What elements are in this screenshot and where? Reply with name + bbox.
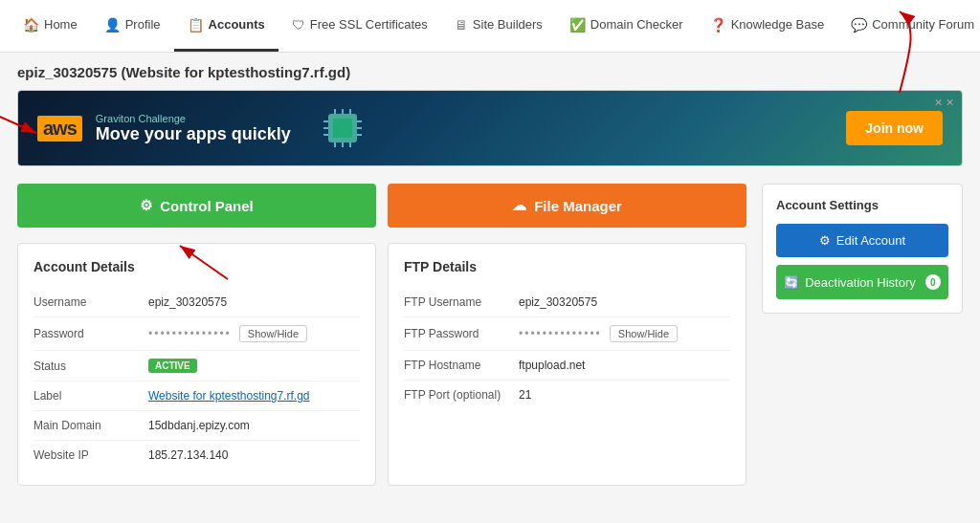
svg-rect-3 — [333, 119, 352, 138]
ftp-details-title: FTP Details — [404, 259, 730, 274]
control-panel-icon: ⚙ — [140, 197, 152, 214]
website-ip-value: 185.27.134.140 — [148, 448, 228, 462]
ftp-port-value: 21 — [519, 388, 531, 402]
ftp-password-dots: •••••••••••••• — [519, 327, 602, 340]
account-details-title: Account Details — [33, 259, 360, 274]
account-details-card: Account Details Username epiz_30320575 P… — [17, 243, 376, 486]
right-column: Account Settings ⚙ Edit Account 🔄 Deacti… — [762, 184, 963, 314]
username-row: Username epiz_30320575 — [33, 288, 360, 317]
ftp-hostname-value: ftpupload.net — [519, 359, 585, 372]
password-dots: •••••••••••••• — [148, 327, 232, 340]
file-manager-icon: ☁ — [512, 197, 526, 214]
edit-account-icon: ⚙ — [819, 233, 831, 248]
password-show-hide-button[interactable]: Show/Hide — [239, 325, 307, 342]
account-settings-title: Account Settings — [776, 198, 948, 212]
deactivation-history-button[interactable]: 🔄 Deactivation History 0 — [776, 265, 948, 299]
ftp-details-card: FTP Details FTP Username epiz_30320575 F… — [388, 243, 746, 486]
details-row: Account Details Username epiz_30320575 P… — [17, 243, 746, 486]
ad-close-button[interactable]: ✕ ✕ — [934, 97, 954, 109]
ftp-port-row: FTP Port (optional) 21 — [404, 381, 730, 409]
ftp-password-row: FTP Password •••••••••••••• Show/Hide — [404, 317, 730, 351]
control-panel-button[interactable]: ⚙ Control Panel — [17, 184, 376, 228]
password-row: Password •••••••••••••• Show/Hide — [33, 317, 360, 351]
account-settings-card: Account Settings ⚙ Edit Account 🔄 Deacti… — [762, 184, 963, 314]
ad-text-block: Graviton Challenge Move your apps quickl… — [96, 113, 291, 144]
main-nav: 🏠 Home 👤 Profile 📋 Accounts 🛡 Free SSL C… — [0, 0, 980, 53]
nav-domain-checker[interactable]: ✅ Domain Checker — [556, 0, 697, 52]
nav-free-ssl[interactable]: 🛡 Free SSL Certificates — [278, 0, 441, 52]
page-content: epiz_30320575 (Website for kptesthosting… — [0, 53, 980, 497]
ftp-hostname-row: FTP Hostname ftpupload.net — [404, 351, 730, 381]
ad-join-now-button[interactable]: Join now — [846, 111, 943, 145]
domain-checker-icon: ✅ — [569, 17, 586, 33]
status-row: Status ACTIVE — [33, 351, 360, 381]
main-domain-value: 15dbdanj.epizy.com — [148, 419, 250, 432]
password-field: •••••••••••••• Show/Hide — [148, 325, 307, 342]
ad-left-section: aws Graviton Challenge Move your apps qu… — [37, 104, 381, 152]
home-icon: 🏠 — [23, 17, 39, 33]
label-link[interactable]: Website for kptesthosting7.rf.gd — [148, 389, 310, 403]
deactivation-icon: 🔄 — [784, 275, 799, 290]
ftp-username-value: epiz_30320575 — [519, 295, 597, 309]
ad-banner: ✕ ✕ aws Graviton Challenge Move your app… — [17, 90, 963, 166]
site-builders-icon: 🖥 — [455, 17, 468, 33]
left-column: ⚙ Control Panel ☁ File Manager Account D… — [17, 184, 746, 486]
nav-profile[interactable]: 👤 Profile — [91, 0, 174, 52]
ftp-password-field: •••••••••••••• Show/Hide — [519, 325, 678, 342]
ftp-username-row: FTP Username epiz_30320575 — [404, 288, 730, 317]
community-forum-icon: 💬 — [851, 17, 867, 33]
knowledge-base-icon: ❓ — [710, 17, 726, 33]
main-domain-row: Main Domain 15dbdanj.epizy.com — [33, 411, 360, 441]
nav-home[interactable]: 🏠 Home — [10, 0, 91, 52]
edit-account-button[interactable]: ⚙ Edit Account — [776, 224, 948, 257]
action-buttons: ⚙ Control Panel ☁ File Manager — [17, 184, 746, 228]
main-grid: ⚙ Control Panel ☁ File Manager Account D… — [17, 184, 963, 486]
label-row: Label Website for kptesthosting7.rf.gd — [33, 381, 360, 411]
ftp-password-show-hide-button[interactable]: Show/Hide — [610, 325, 678, 342]
ssl-icon: 🛡 — [292, 17, 305, 33]
chip-illustration — [314, 104, 371, 152]
nav-community-forum[interactable]: 💬 Community Forum — [837, 0, 980, 52]
file-manager-button[interactable]: ☁ File Manager — [388, 184, 746, 228]
aws-logo: aws — [37, 116, 82, 142]
nav-site-builders[interactable]: 🖥 Site Builders — [441, 0, 556, 52]
status-badge: ACTIVE — [148, 359, 197, 373]
website-ip-row: Website IP 185.27.134.140 — [33, 441, 360, 469]
profile-icon: 👤 — [104, 17, 121, 33]
nav-accounts[interactable]: 📋 Accounts — [174, 0, 278, 52]
nav-knowledge-base[interactable]: ❓ Knowledge Base — [697, 0, 838, 52]
accounts-icon: 📋 — [188, 17, 204, 33]
username-value: epiz_30320575 — [148, 295, 227, 309]
deactivation-count-badge: 0 — [925, 274, 941, 290]
page-title: epiz_30320575 (Website for kptesthosting… — [17, 64, 963, 80]
